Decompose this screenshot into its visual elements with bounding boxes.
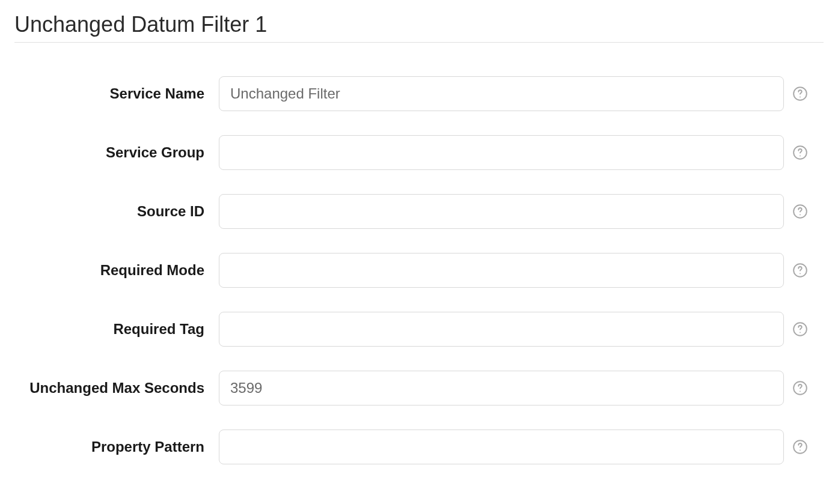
required-tag-input[interactable]: [219, 312, 784, 347]
service-name-input[interactable]: [219, 76, 784, 111]
required-tag-label: Required Tag: [14, 312, 219, 339]
svg-point-5: [800, 214, 801, 216]
field-row-required-tag: Required Tag: [14, 312, 824, 347]
required-mode-label: Required Mode: [14, 253, 219, 281]
svg-point-1: [800, 97, 801, 98]
unchanged-max-seconds-input[interactable]: [219, 371, 784, 405]
field-row-service-name: Service Name: [14, 76, 824, 111]
property-pattern-input[interactable]: [219, 430, 784, 464]
property-pattern-label: Property Pattern: [14, 430, 219, 457]
service-group-input[interactable]: [219, 135, 784, 170]
field-row-unchanged-max-seconds: Unchanged Max Seconds: [14, 371, 824, 405]
service-name-label: Service Name: [14, 76, 219, 104]
svg-point-9: [800, 332, 801, 333]
svg-point-11: [800, 391, 801, 392]
unchanged-max-seconds-label: Unchanged Max Seconds: [14, 371, 219, 398]
source-id-input[interactable]: [219, 194, 784, 229]
help-icon[interactable]: [792, 86, 808, 102]
source-id-label: Source ID: [14, 194, 219, 222]
service-group-label: Service Group: [14, 135, 219, 163]
help-icon[interactable]: [792, 321, 808, 337]
svg-point-3: [800, 156, 801, 157]
field-row-property-pattern: Property Pattern: [14, 430, 824, 464]
required-mode-input[interactable]: [219, 253, 784, 288]
svg-point-7: [800, 273, 801, 275]
svg-point-13: [800, 450, 801, 451]
help-icon[interactable]: [792, 263, 808, 278]
help-icon[interactable]: [792, 439, 808, 455]
field-row-service-group: Service Group: [14, 135, 824, 170]
form-title: Unchanged Datum Filter 1: [14, 12, 824, 43]
help-icon[interactable]: [792, 204, 808, 219]
field-row-required-mode: Required Mode: [14, 253, 824, 288]
help-icon[interactable]: [792, 145, 808, 160]
field-row-source-id: Source ID: [14, 194, 824, 229]
help-icon[interactable]: [792, 380, 808, 396]
